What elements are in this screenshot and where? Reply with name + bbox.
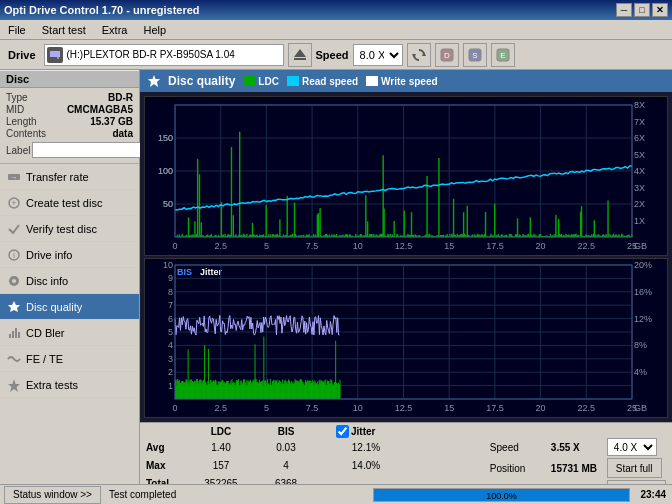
avg-jitter: 12.1% xyxy=(336,442,396,453)
max-bis: 4 xyxy=(256,460,316,471)
toolbar-btn-2[interactable]: S xyxy=(463,43,487,67)
avg-ldc: 1.40 xyxy=(186,442,256,453)
jitter-checkbox-container[interactable]: Jitter xyxy=(336,425,375,438)
svg-rect-24 xyxy=(9,334,11,338)
svg-rect-1 xyxy=(50,51,60,57)
svg-marker-23 xyxy=(8,301,20,312)
total-bis: 6368 xyxy=(256,478,316,485)
extra-tests-icon xyxy=(6,377,22,393)
menu-help[interactable]: Help xyxy=(139,22,170,38)
drive-info-label: Drive info xyxy=(26,249,72,261)
svg-rect-26 xyxy=(15,328,17,338)
toolbar-btn-3[interactable]: E xyxy=(491,43,515,67)
disc-quality-label: Disc quality xyxy=(26,301,82,313)
jitter-label: Jitter xyxy=(351,426,375,437)
disc-info-panel: Type BD-R MID CMCMAGBA5 Length 15.37 GB … xyxy=(0,88,139,164)
extra-tests-label: Extra tests xyxy=(26,379,78,391)
svg-text:S: S xyxy=(472,51,477,60)
svg-marker-4 xyxy=(294,49,306,57)
sidebar-item-fe-te[interactable]: FE / TE xyxy=(0,346,139,372)
stats-right-panel: Speed 3.55 X 4.0 X 8.0 X Position 15731 … xyxy=(490,438,666,484)
refresh-button[interactable] xyxy=(407,43,431,67)
content-header: Disc quality LDC Read speed Write speed xyxy=(140,70,672,92)
svg-marker-29 xyxy=(148,75,160,87)
start-full-button[interactable]: Start full xyxy=(607,458,662,478)
sidebar-item-disc-info[interactable]: Disc info xyxy=(0,268,139,294)
svg-text:D: D xyxy=(444,51,450,60)
chart1-canvas xyxy=(145,97,667,255)
create-test-disc-label: Create test disc xyxy=(26,197,102,209)
avg-label: Avg xyxy=(146,442,186,453)
drive-eject-button[interactable] xyxy=(288,43,312,67)
stats-bar: LDC BIS Jitter Avg 1.40 0.03 12.1% xyxy=(140,422,672,484)
svg-rect-3 xyxy=(294,58,306,60)
contents-value: data xyxy=(112,128,133,139)
progress-text: 100.0% xyxy=(374,489,630,503)
svg-text:+: + xyxy=(11,198,16,208)
content-title: Disc quality xyxy=(168,74,235,88)
title-bar: Opti Drive Control 1.70 - unregistered ─… xyxy=(0,0,672,20)
transfer-rate-label: Transfer rate xyxy=(26,171,89,183)
start-part-button[interactable]: Start part xyxy=(607,480,666,484)
menu-start-test[interactable]: Start test xyxy=(38,22,90,38)
drive-info-icon: i xyxy=(6,247,22,263)
close-button[interactable]: ✕ xyxy=(652,3,668,17)
legend-ldc-color xyxy=(243,76,255,86)
sidebar-item-verify-test-disc[interactable]: Verify test disc xyxy=(0,216,139,242)
speed-selector[interactable]: 4.0 X 8.0 X xyxy=(607,438,657,456)
ldc-header: LDC xyxy=(186,426,256,437)
toolbar: Drive (H:) PLEXTOR BD-R PX-B950SA 1.04 S… xyxy=(0,40,672,70)
position-label: Position xyxy=(490,463,545,474)
max-label: Max xyxy=(146,460,186,471)
max-jitter: 14.0% xyxy=(336,460,396,471)
chart-bottom xyxy=(144,258,668,418)
transfer-rate-icon: → xyxy=(6,169,22,185)
svg-marker-28 xyxy=(8,379,20,392)
drive-select[interactable]: (H:) PLEXTOR BD-R PX-B950SA 1.04 xyxy=(44,44,284,66)
samples-row: Samples 251137 Start part xyxy=(490,480,666,484)
verify-test-disc-icon xyxy=(6,221,22,237)
legend-ldc: LDC xyxy=(243,76,279,87)
sidebar-item-cd-bler[interactable]: CD Bler xyxy=(0,320,139,346)
length-value: 15.37 GB xyxy=(90,116,133,127)
sidebar-item-transfer-rate[interactable]: → Transfer rate xyxy=(0,164,139,190)
status-window-button[interactable]: Status window >> xyxy=(4,486,101,504)
bis-header: BIS xyxy=(256,426,316,437)
svg-text:E: E xyxy=(500,51,505,60)
total-ldc: 352265 xyxy=(186,478,256,485)
sidebar-item-extra-tests[interactable]: Extra tests xyxy=(0,372,139,398)
sidebar-item-create-test-disc[interactable]: + Create test disc xyxy=(0,190,139,216)
progress-bar: 100.0% xyxy=(373,488,631,502)
status-text: Test completed xyxy=(105,489,369,500)
max-ldc: 157 xyxy=(186,460,256,471)
toolbar-btn-1[interactable]: D xyxy=(435,43,459,67)
jitter-checkbox[interactable] xyxy=(336,425,349,438)
svg-rect-25 xyxy=(12,331,14,338)
svg-point-22 xyxy=(12,279,16,283)
minimize-button[interactable]: ─ xyxy=(616,3,632,17)
contents-label: Contents xyxy=(6,128,46,139)
speed-info-value: 3.55 X xyxy=(551,442,601,453)
legend-write-speed-color xyxy=(366,76,378,86)
disc-quality-header-icon xyxy=(148,75,160,87)
sidebar-item-drive-info[interactable]: i Drive info xyxy=(0,242,139,268)
drive-label: Drive xyxy=(4,49,40,61)
legend-read-speed-color xyxy=(287,76,299,86)
fe-te-label: FE / TE xyxy=(26,353,63,365)
svg-rect-27 xyxy=(18,332,20,338)
type-label: Type xyxy=(6,92,28,103)
stats-headers-row: LDC BIS Jitter xyxy=(146,425,666,438)
menu-file[interactable]: File xyxy=(4,22,30,38)
fe-te-icon xyxy=(6,351,22,367)
maximize-button[interactable]: □ xyxy=(634,3,650,17)
time-display: 23:44 xyxy=(634,489,672,500)
menu-extra[interactable]: Extra xyxy=(98,22,132,38)
chart2-canvas xyxy=(145,259,667,417)
create-test-disc-icon: + xyxy=(6,195,22,211)
sidebar-item-disc-quality[interactable]: Disc quality xyxy=(0,294,139,320)
avg-bis: 0.03 xyxy=(256,442,316,453)
legend-read-speed-label: Read speed xyxy=(302,76,358,87)
sidebar: Disc Type BD-R MID CMCMAGBA5 Length 15.3… xyxy=(0,70,140,484)
verify-test-disc-label: Verify test disc xyxy=(26,223,97,235)
speed-select[interactable]: 8.0 X 4.0 X 2.0 X xyxy=(353,44,403,66)
